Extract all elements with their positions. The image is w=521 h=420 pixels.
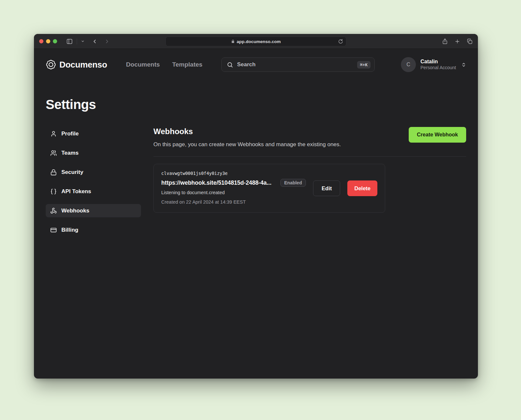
documenso-logo[interactable]: Documenso [46, 59, 107, 70]
webhook-listening: Listening to document.created [161, 190, 306, 195]
search-box[interactable]: ⌘+K [221, 57, 375, 72]
search-icon [227, 62, 233, 68]
reload-icon[interactable] [338, 39, 343, 44]
webhook-id: clvavwgtw0001js0f4y0izy3e [161, 171, 306, 176]
sidebar-item-label: Security [61, 169, 83, 176]
sidebar-item-label: Profile [61, 131, 79, 137]
webhook-card: clvavwgtw0001js0f4y0izy3e https://webhoo… [153, 164, 385, 213]
brand-name: Documenso [59, 60, 107, 70]
webhooks-panel: Webhooks On this page, you can create ne… [153, 127, 466, 242]
sidebar-item-webhooks[interactable]: Webhooks [46, 204, 141, 217]
delete-webhook-button[interactable]: Delete [347, 180, 377, 196]
webhook-icon [50, 208, 57, 214]
sidebar-toggle-icon[interactable] [66, 38, 73, 45]
nav-documents[interactable]: Documents [126, 61, 160, 68]
search-input[interactable] [237, 61, 353, 68]
sidebar-item-billing[interactable]: Billing [46, 223, 141, 237]
minimize-window-button[interactable] [46, 39, 50, 43]
toolbar-divider [77, 39, 77, 44]
address-bar-url: app.documenso.com [237, 39, 281, 44]
sidebar-item-teams[interactable]: Teams [46, 146, 141, 160]
share-icon[interactable] [442, 38, 448, 44]
sidebar-item-label: Webhooks [61, 208, 89, 214]
credit-card-icon [50, 227, 57, 233]
primary-nav: Documents Templates [126, 61, 202, 68]
sidebar-item-label: API Tokens [61, 188, 91, 195]
search-shortcut-badge: ⌘+K [357, 61, 371, 69]
create-webhook-button[interactable]: Create Webhook [409, 127, 466, 143]
chevrons-up-down-icon [461, 62, 466, 67]
section-heading: Webhooks [153, 127, 341, 136]
sidebar-dropdown-chevron-icon[interactable] [81, 39, 85, 43]
page-title: Settings [46, 97, 466, 112]
braces-icon [50, 188, 57, 195]
address-bar[interactable]: app.documenso.com [166, 37, 346, 46]
section-divider [153, 156, 466, 157]
settings-sidebar: Profile Teams Security [46, 127, 141, 242]
sidebar-item-label: Billing [61, 227, 78, 233]
browser-window: app.documenso.com Documenso Docu [34, 34, 478, 379]
sidebar-item-label: Teams [61, 150, 79, 156]
avatar: C [401, 57, 416, 72]
lock-icon [50, 169, 57, 176]
webhook-created: Created on 22 April 2024 at 14:39 EEST [161, 199, 306, 205]
sidebar-item-security[interactable]: Security [46, 165, 141, 179]
tls-lock-icon [231, 39, 235, 43]
browser-toolbar: app.documenso.com [34, 34, 478, 49]
nav-templates[interactable]: Templates [172, 61, 203, 68]
documenso-badge-icon [46, 59, 56, 70]
new-tab-icon[interactable] [454, 39, 460, 44]
edit-webhook-button[interactable]: Edit [313, 180, 340, 196]
close-window-button[interactable] [39, 39, 43, 43]
traffic-lights [39, 39, 57, 43]
account-menu[interactable]: C Catalin Personal Account [401, 57, 466, 72]
account-type: Personal Account [420, 65, 456, 71]
status-badge: Enabled [280, 179, 306, 187]
sidebar-item-profile[interactable]: Profile [46, 127, 141, 140]
zoom-window-button[interactable] [53, 39, 57, 43]
tab-overview-icon[interactable] [467, 39, 473, 44]
webhook-url: https://webhook.site/5104815d-2488-4a... [161, 179, 272, 186]
app-navbar: Documenso Documents Templates ⌘+K C Cata… [34, 49, 478, 80]
users-icon [50, 150, 57, 156]
account-name: Catalin [420, 58, 456, 65]
section-description: On this page, you can create new Webhook… [153, 141, 341, 148]
forward-button[interactable] [104, 39, 110, 44]
sidebar-item-api-tokens[interactable]: API Tokens [46, 185, 141, 198]
back-button[interactable] [92, 39, 98, 44]
user-icon [50, 131, 57, 137]
